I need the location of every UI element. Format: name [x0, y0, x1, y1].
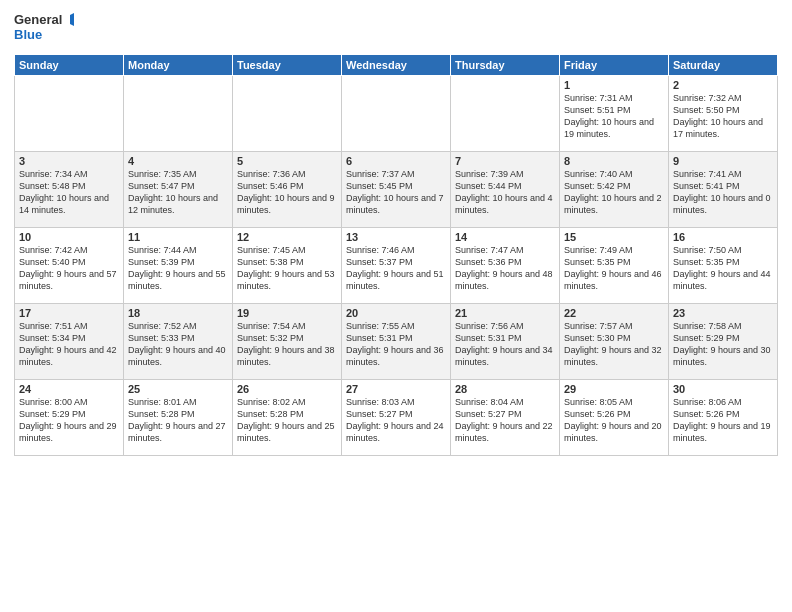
day-header-wednesday: Wednesday — [342, 55, 451, 76]
day-header-friday: Friday — [560, 55, 669, 76]
day-info: Sunrise: 8:03 AM Sunset: 5:27 PM Dayligh… — [346, 396, 446, 445]
day-cell: 27Sunrise: 8:03 AM Sunset: 5:27 PM Dayli… — [342, 380, 451, 456]
svg-text:Blue: Blue — [14, 27, 42, 42]
day-cell: 22Sunrise: 7:57 AM Sunset: 5:30 PM Dayli… — [560, 304, 669, 380]
day-number: 14 — [455, 231, 555, 243]
day-number: 5 — [237, 155, 337, 167]
day-number: 13 — [346, 231, 446, 243]
day-number: 7 — [455, 155, 555, 167]
day-number: 28 — [455, 383, 555, 395]
day-info: Sunrise: 7:47 AM Sunset: 5:36 PM Dayligh… — [455, 244, 555, 293]
day-cell: 13Sunrise: 7:46 AM Sunset: 5:37 PM Dayli… — [342, 228, 451, 304]
day-cell — [15, 76, 124, 152]
day-cell: 23Sunrise: 7:58 AM Sunset: 5:29 PM Dayli… — [669, 304, 778, 380]
day-cell — [124, 76, 233, 152]
day-cell — [233, 76, 342, 152]
day-cell: 9Sunrise: 7:41 AM Sunset: 5:41 PM Daylig… — [669, 152, 778, 228]
day-number: 1 — [564, 79, 664, 91]
day-info: Sunrise: 7:40 AM Sunset: 5:42 PM Dayligh… — [564, 168, 664, 217]
day-number: 12 — [237, 231, 337, 243]
day-cell: 21Sunrise: 7:56 AM Sunset: 5:31 PM Dayli… — [451, 304, 560, 380]
day-number: 15 — [564, 231, 664, 243]
day-header-thursday: Thursday — [451, 55, 560, 76]
day-cell: 28Sunrise: 8:04 AM Sunset: 5:27 PM Dayli… — [451, 380, 560, 456]
day-info: Sunrise: 7:37 AM Sunset: 5:45 PM Dayligh… — [346, 168, 446, 217]
day-number: 8 — [564, 155, 664, 167]
day-info: Sunrise: 7:36 AM Sunset: 5:46 PM Dayligh… — [237, 168, 337, 217]
day-number: 17 — [19, 307, 119, 319]
day-info: Sunrise: 7:45 AM Sunset: 5:38 PM Dayligh… — [237, 244, 337, 293]
day-info: Sunrise: 7:56 AM Sunset: 5:31 PM Dayligh… — [455, 320, 555, 369]
day-cell: 16Sunrise: 7:50 AM Sunset: 5:35 PM Dayli… — [669, 228, 778, 304]
svg-marker-2 — [70, 11, 74, 28]
day-info: Sunrise: 7:39 AM Sunset: 5:44 PM Dayligh… — [455, 168, 555, 217]
day-cell: 12Sunrise: 7:45 AM Sunset: 5:38 PM Dayli… — [233, 228, 342, 304]
header-row: SundayMondayTuesdayWednesdayThursdayFrid… — [15, 55, 778, 76]
day-number: 4 — [128, 155, 228, 167]
day-number: 30 — [673, 383, 773, 395]
day-number: 18 — [128, 307, 228, 319]
day-number: 27 — [346, 383, 446, 395]
day-info: Sunrise: 7:32 AM Sunset: 5:50 PM Dayligh… — [673, 92, 773, 141]
header: General Blue — [14, 10, 778, 46]
week-row-0: 1Sunrise: 7:31 AM Sunset: 5:51 PM Daylig… — [15, 76, 778, 152]
day-cell: 25Sunrise: 8:01 AM Sunset: 5:28 PM Dayli… — [124, 380, 233, 456]
day-info: Sunrise: 7:35 AM Sunset: 5:47 PM Dayligh… — [128, 168, 228, 217]
day-number: 19 — [237, 307, 337, 319]
week-row-3: 17Sunrise: 7:51 AM Sunset: 5:34 PM Dayli… — [15, 304, 778, 380]
week-row-1: 3Sunrise: 7:34 AM Sunset: 5:48 PM Daylig… — [15, 152, 778, 228]
week-row-2: 10Sunrise: 7:42 AM Sunset: 5:40 PM Dayli… — [15, 228, 778, 304]
day-cell: 18Sunrise: 7:52 AM Sunset: 5:33 PM Dayli… — [124, 304, 233, 380]
day-cell: 15Sunrise: 7:49 AM Sunset: 5:35 PM Dayli… — [560, 228, 669, 304]
day-cell: 17Sunrise: 7:51 AM Sunset: 5:34 PM Dayli… — [15, 304, 124, 380]
day-header-saturday: Saturday — [669, 55, 778, 76]
day-header-sunday: Sunday — [15, 55, 124, 76]
day-cell: 19Sunrise: 7:54 AM Sunset: 5:32 PM Dayli… — [233, 304, 342, 380]
day-info: Sunrise: 7:49 AM Sunset: 5:35 PM Dayligh… — [564, 244, 664, 293]
day-info: Sunrise: 7:44 AM Sunset: 5:39 PM Dayligh… — [128, 244, 228, 293]
logo-svg: General Blue — [14, 10, 74, 46]
day-cell: 5Sunrise: 7:36 AM Sunset: 5:46 PM Daylig… — [233, 152, 342, 228]
day-number: 24 — [19, 383, 119, 395]
day-info: Sunrise: 8:01 AM Sunset: 5:28 PM Dayligh… — [128, 396, 228, 445]
day-cell — [342, 76, 451, 152]
day-info: Sunrise: 8:00 AM Sunset: 5:29 PM Dayligh… — [19, 396, 119, 445]
day-number: 29 — [564, 383, 664, 395]
day-cell: 10Sunrise: 7:42 AM Sunset: 5:40 PM Dayli… — [15, 228, 124, 304]
svg-text:General: General — [14, 12, 62, 27]
day-cell: 29Sunrise: 8:05 AM Sunset: 5:26 PM Dayli… — [560, 380, 669, 456]
day-cell: 8Sunrise: 7:40 AM Sunset: 5:42 PM Daylig… — [560, 152, 669, 228]
day-cell: 24Sunrise: 8:00 AM Sunset: 5:29 PM Dayli… — [15, 380, 124, 456]
day-info: Sunrise: 7:46 AM Sunset: 5:37 PM Dayligh… — [346, 244, 446, 293]
day-header-monday: Monday — [124, 55, 233, 76]
day-cell: 26Sunrise: 8:02 AM Sunset: 5:28 PM Dayli… — [233, 380, 342, 456]
day-info: Sunrise: 7:57 AM Sunset: 5:30 PM Dayligh… — [564, 320, 664, 369]
day-number: 2 — [673, 79, 773, 91]
day-info: Sunrise: 8:04 AM Sunset: 5:27 PM Dayligh… — [455, 396, 555, 445]
day-number: 26 — [237, 383, 337, 395]
day-cell: 30Sunrise: 8:06 AM Sunset: 5:26 PM Dayli… — [669, 380, 778, 456]
day-info: Sunrise: 8:05 AM Sunset: 5:26 PM Dayligh… — [564, 396, 664, 445]
day-info: Sunrise: 7:41 AM Sunset: 5:41 PM Dayligh… — [673, 168, 773, 217]
day-cell — [451, 76, 560, 152]
day-info: Sunrise: 8:02 AM Sunset: 5:28 PM Dayligh… — [237, 396, 337, 445]
day-cell: 20Sunrise: 7:55 AM Sunset: 5:31 PM Dayli… — [342, 304, 451, 380]
day-cell: 1Sunrise: 7:31 AM Sunset: 5:51 PM Daylig… — [560, 76, 669, 152]
week-row-4: 24Sunrise: 8:00 AM Sunset: 5:29 PM Dayli… — [15, 380, 778, 456]
day-cell: 7Sunrise: 7:39 AM Sunset: 5:44 PM Daylig… — [451, 152, 560, 228]
day-number: 10 — [19, 231, 119, 243]
day-cell: 14Sunrise: 7:47 AM Sunset: 5:36 PM Dayli… — [451, 228, 560, 304]
day-info: Sunrise: 7:54 AM Sunset: 5:32 PM Dayligh… — [237, 320, 337, 369]
day-number: 6 — [346, 155, 446, 167]
day-number: 11 — [128, 231, 228, 243]
day-info: Sunrise: 7:50 AM Sunset: 5:35 PM Dayligh… — [673, 244, 773, 293]
page: General Blue SundayMondayTuesdayWednesda… — [0, 0, 792, 612]
day-info: Sunrise: 8:06 AM Sunset: 5:26 PM Dayligh… — [673, 396, 773, 445]
day-number: 22 — [564, 307, 664, 319]
day-number: 23 — [673, 307, 773, 319]
day-info: Sunrise: 7:51 AM Sunset: 5:34 PM Dayligh… — [19, 320, 119, 369]
day-info: Sunrise: 7:55 AM Sunset: 5:31 PM Dayligh… — [346, 320, 446, 369]
day-header-tuesday: Tuesday — [233, 55, 342, 76]
day-number: 21 — [455, 307, 555, 319]
day-cell: 2Sunrise: 7:32 AM Sunset: 5:50 PM Daylig… — [669, 76, 778, 152]
